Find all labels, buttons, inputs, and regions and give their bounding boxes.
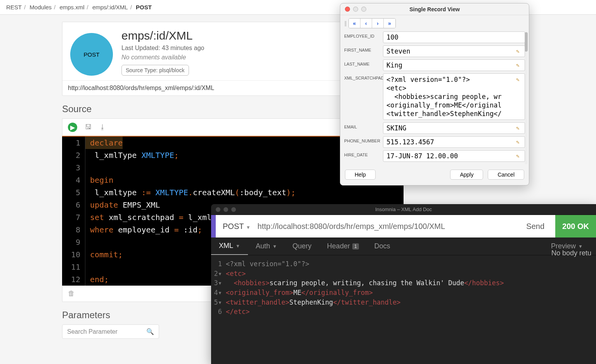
srv-scrollbar[interactable] <box>525 32 528 164</box>
nav-prev-button[interactable]: ‹ <box>360 19 372 28</box>
insomnia-window: Insomnia – XML Add Doc POST ▼ http://loc… <box>211 204 596 364</box>
pencil-icon[interactable]: ✎ <box>516 153 522 159</box>
crumb-template[interactable]: emps/:id/XML <box>92 4 128 10</box>
crumb-empsxml[interactable]: emps.xml <box>59 4 84 10</box>
caret-down-icon: ▼ <box>246 225 251 230</box>
field-value[interactable]: 17-JUN-87 12.00.00✎ <box>383 150 525 162</box>
field-value[interactable]: <?xml version="1.0"?> <etc> <hobbies>sca… <box>383 73 525 120</box>
srv-titlebar[interactable]: Single Record View <box>340 3 529 15</box>
pencil-icon[interactable]: ✎ <box>516 62 522 68</box>
run-button[interactable]: ▶ <box>68 123 77 132</box>
field-label: EMAIL <box>344 122 383 129</box>
field-row: XML_SCRATCHPAD<?xml version="1.0"?> <etc… <box>344 73 525 120</box>
apply-button[interactable]: Apply <box>450 170 483 180</box>
save-icon[interactable]: 🖫 <box>85 123 92 131</box>
insomnia-titlebar[interactable]: Insomnia – XML Add Doc <box>211 204 596 215</box>
nav-first-button[interactable]: « <box>349 19 360 28</box>
field-label: FIRST_NAME <box>344 45 383 52</box>
field-row: PHONE_NUMBER515.123.4567✎ <box>344 136 525 148</box>
field-value[interactable]: 515.123.4567✎ <box>383 136 525 148</box>
crumb-modules[interactable]: Modules <box>29 4 52 10</box>
field-row: HIRE_DATE17-JUN-87 12.00.00✎ <box>344 150 525 162</box>
field-label: PHONE_NUMBER <box>344 136 383 143</box>
pencil-icon[interactable]: ✎ <box>516 125 522 131</box>
field-label: LAST_NAME <box>344 59 383 66</box>
field-row: FIRST_NAMESteven✎ <box>344 45 525 57</box>
response-body-text: No body retu <box>551 249 591 257</box>
field-label: XML_SCRATCHPAD <box>344 73 383 80</box>
field-value[interactable]: King✎ <box>383 59 525 71</box>
insomnia-title: Insomnia – XML Add Doc <box>211 206 596 212</box>
trash-icon[interactable]: 🗑 <box>68 289 75 297</box>
request-body-editor[interactable]: 12▾3▾4▾5▾6 <?xml version="1.0"?><etc> <h… <box>211 255 596 321</box>
field-row: EMPLOYEE_ID100 <box>344 31 525 43</box>
tab-auth[interactable]: Auth ▼ <box>248 237 285 255</box>
field-label: HIRE_DATE <box>344 150 383 157</box>
cancel-button[interactable]: Cancel <box>488 170 524 180</box>
handler-title: emps/:id/XML <box>121 29 204 42</box>
field-value[interactable]: 100 <box>383 31 525 43</box>
pencil-icon[interactable]: ✎ <box>516 48 522 54</box>
field-value[interactable]: Steven✎ <box>383 45 525 57</box>
parameter-search-placeholder: Search Parameter <box>67 328 118 335</box>
env-stripe <box>211 215 216 237</box>
field-row: LAST_NAMEKing✎ <box>344 59 525 71</box>
request-tabs: XML ▼ Auth ▼ Query Header 1 Docs Preview… <box>211 237 596 255</box>
parameter-search-input[interactable]: Search Parameter 🔍 <box>62 324 159 339</box>
crumb-post: POST <box>136 4 152 10</box>
tab-header[interactable]: Header 1 <box>319 237 367 255</box>
nav-next-button[interactable]: › <box>372 19 384 28</box>
crumb-rest[interactable]: REST <box>6 4 22 10</box>
request-method[interactable]: POST ▼ <box>223 222 251 231</box>
srv-title: Single Record View <box>340 6 529 12</box>
field-row: EMAILSKING✎ <box>344 122 525 134</box>
nav-last-button[interactable]: » <box>384 19 395 28</box>
download-icon[interactable]: ⭳ <box>99 123 106 131</box>
srv-nav: ‖ « ‹ › » <box>340 15 529 30</box>
comments-placeholder: No comments available <box>121 54 204 61</box>
pencil-icon[interactable]: ✎ <box>516 139 522 145</box>
tab-query[interactable]: Query <box>285 237 319 255</box>
single-record-view-window: Single Record View ‖ « ‹ › » EMPLOYEE_ID… <box>340 3 529 185</box>
header-count-badge: 1 <box>352 243 359 250</box>
http-method-badge: POST <box>70 33 113 76</box>
search-icon: 🔍 <box>146 328 154 335</box>
response-status-badge: 200 OK <box>555 215 596 237</box>
field-label: EMPLOYEE_ID <box>344 31 383 38</box>
request-url-input[interactable]: http://localhost:8080/ords/hr/emps_xml/e… <box>258 222 520 231</box>
last-updated: Last Updated: 43 minutes ago <box>121 45 204 52</box>
send-button[interactable]: Send <box>526 222 548 231</box>
field-value[interactable]: SKING✎ <box>383 122 525 134</box>
help-button[interactable]: Help <box>345 170 376 180</box>
tab-docs[interactable]: Docs <box>367 237 398 255</box>
source-type-pill: Source Type: plsql/block <box>121 65 189 76</box>
pencil-icon[interactable]: ✎ <box>516 76 522 82</box>
tab-body-xml[interactable]: XML ▼ <box>211 237 248 255</box>
